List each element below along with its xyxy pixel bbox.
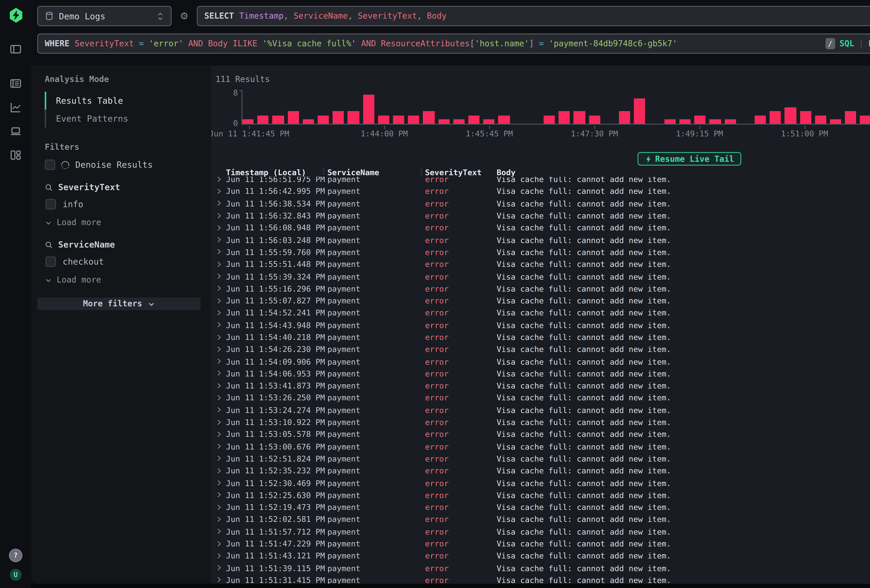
log-row[interactable]: Jun 11 1:53:10.922 PM payment error Visa… [216,416,870,428]
histogram-bar[interactable] [257,115,269,124]
row-expand-chevron-icon[interactable] [216,322,226,328]
log-row[interactable]: Jun 11 1:54:52.241 PM payment error Visa… [216,307,870,319]
histogram-bar[interactable] [363,94,374,124]
histogram-bar[interactable] [468,115,480,124]
histogram-bar[interactable] [378,115,389,124]
log-row[interactable]: Jun 11 1:54:40.218 PM payment error Visa… [216,331,870,343]
log-row[interactable]: Jun 11 1:51:39.115 PM payment error Visa… [216,562,870,574]
histogram-bar[interactable] [679,119,691,124]
log-row[interactable]: Jun 11 1:56:08.948 PM payment error Visa… [216,222,870,234]
histogram-bar[interactable] [755,115,766,124]
row-expand-chevron-icon[interactable] [216,249,226,255]
tab-results-table[interactable]: Results Table [45,92,205,110]
row-expand-chevron-icon[interactable] [216,224,226,231]
histogram-bar[interactable] [318,115,329,124]
column-resize-handle[interactable]: ⋮ [418,167,425,175]
histogram-bar[interactable] [800,111,811,124]
log-row[interactable]: Jun 11 1:53:24.274 PM payment error Visa… [216,404,870,416]
notebook-icon[interactable] [6,74,25,93]
histogram-bar[interactable] [709,119,721,124]
log-row[interactable]: Jun 11 1:53:05.578 PM payment error Visa… [216,428,870,440]
log-row[interactable]: Jun 11 1:56:38.534 PM payment error Visa… [216,197,870,210]
histogram-bar[interactable] [348,111,359,124]
panel-left-icon[interactable] [6,40,25,59]
log-row[interactable]: Jun 11 1:52:25.630 PM payment error Visa… [216,489,870,501]
histogram-bar[interactable] [499,115,510,124]
hyperdx-logo-icon[interactable] [8,7,24,23]
row-expand-chevron-icon[interactable] [216,285,226,292]
line-chart-icon[interactable] [6,98,25,117]
load-more-servicename[interactable]: Load more [45,275,205,285]
where-query-input[interactable]: WHERE SeverityText = 'error' AND Body IL… [37,34,870,54]
log-row[interactable]: Jun 11 1:55:16.296 PM payment error Visa… [216,282,870,295]
row-expand-chevron-icon[interactable] [216,346,226,353]
histogram-bar[interactable] [619,111,630,124]
histogram-bar[interactable] [453,119,465,124]
row-expand-chevron-icon[interactable] [216,333,226,341]
log-row[interactable]: Jun 11 1:53:26.250 PM payment error Visa… [216,392,870,404]
histogram-bar[interactable] [423,111,435,124]
row-expand-chevron-icon[interactable] [216,455,226,462]
row-expand-chevron-icon[interactable] [216,504,226,511]
row-expand-chevron-icon[interactable] [216,467,226,474]
log-row[interactable]: Jun 11 1:52:02.581 PM payment error Visa… [216,513,870,525]
log-row[interactable]: Jun 11 1:54:43.948 PM payment error Visa… [216,319,870,331]
row-expand-chevron-icon[interactable] [216,261,226,268]
log-row[interactable]: Jun 11 1:54:09.906 PM payment error Visa… [216,355,870,368]
histogram-bar[interactable] [845,111,856,124]
avatar[interactable]: U [10,569,22,581]
log-row[interactable]: Jun 11 1:54:06.953 PM payment error Visa… [216,368,870,380]
histogram-bar[interactable] [333,111,344,124]
row-expand-chevron-icon[interactable] [216,237,226,243]
log-row[interactable]: Jun 11 1:52:51.824 PM payment error Visa… [216,453,870,464]
log-row[interactable]: Jun 11 1:56:42.995 PM payment error Visa… [216,185,870,197]
log-row[interactable]: Jun 11 1:52:19.473 PM payment error Visa… [216,501,870,513]
histogram-bar[interactable] [302,119,314,124]
help-button[interactable]: ? [9,549,22,562]
histogram-bar[interactable] [770,111,781,124]
gear-icon[interactable]: ⚙ [180,10,189,22]
histogram-bar[interactable] [724,119,736,124]
source-select[interactable]: Demo Logs [37,6,171,26]
row-expand-chevron-icon[interactable] [216,516,226,523]
resume-live-tail-button[interactable]: Resume Live Tail [637,152,742,165]
log-row[interactable]: Jun 11 1:52:35.232 PM payment error Visa… [216,464,870,477]
histogram-bar[interactable] [830,119,841,124]
denoise-checkbox[interactable] [45,159,55,170]
load-more-severitytext[interactable]: Load more [45,217,205,227]
log-row[interactable]: Jun 11 1:56:32.843 PM payment error Visa… [216,210,870,222]
row-expand-chevron-icon[interactable] [216,419,226,426]
histogram-bar[interactable] [664,119,675,124]
log-row[interactable]: Jun 11 1:55:59.760 PM payment error Visa… [216,246,870,258]
row-expand-chevron-icon[interactable] [216,309,226,316]
column-header-body[interactable]: ⋮Body [497,167,870,176]
histogram-bar[interactable] [438,119,450,124]
histogram-bar[interactable] [785,107,796,124]
histogram-bar[interactable] [483,119,495,124]
laptop-icon[interactable] [6,122,25,141]
sql-toggle[interactable]: SQL [840,39,854,49]
row-expand-chevron-icon[interactable] [216,382,226,389]
log-row[interactable]: Jun 11 1:51:47.229 PM payment error Visa… [216,537,870,550]
histogram-bar[interactable] [860,115,870,124]
row-expand-chevron-icon[interactable] [216,358,226,365]
row-expand-chevron-icon[interactable] [216,479,226,486]
log-row[interactable]: Jun 11 1:51:31.415 PM payment error Visa… [216,574,870,584]
row-expand-chevron-icon[interactable] [216,431,226,438]
log-row[interactable]: Jun 11 1:55:07.827 PM payment error Visa… [216,295,870,307]
column-header-timestamp[interactable]: Timestamp (Local) [226,167,328,176]
histogram-bar[interactable] [574,111,585,124]
layout-grid-icon[interactable] [6,146,25,165]
log-row[interactable]: Jun 11 1:55:39.324 PM payment error Visa… [216,270,870,282]
filter-option-label[interactable]: info [63,199,83,210]
row-expand-chevron-icon[interactable] [216,406,226,413]
histogram-bar[interactable] [589,115,600,124]
search-icon[interactable] [45,183,53,191]
log-row[interactable]: Jun 11 1:51:43.121 PM payment error Visa… [216,549,870,562]
row-expand-chevron-icon[interactable] [216,443,226,450]
filter-option-checkbox-info[interactable] [45,199,56,210]
histogram-bar[interactable] [634,99,645,124]
histogram-bar[interactable] [242,119,254,124]
row-expand-chevron-icon[interactable] [216,200,226,207]
row-expand-chevron-icon[interactable] [216,212,226,219]
